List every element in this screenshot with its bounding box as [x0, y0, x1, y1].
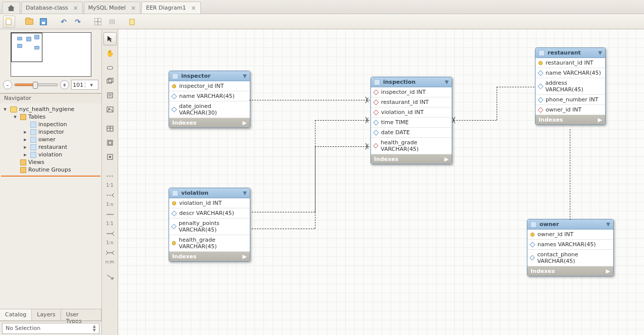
key-icon	[172, 84, 176, 88]
column: descr VARCHAR(45)	[179, 210, 234, 216]
chevron-down-icon[interactable]: ▼	[243, 73, 247, 79]
entity-restaurant[interactable]: restaurant▼ restaurant_id INT name VARCH…	[535, 47, 606, 125]
relationship-line[interactable]	[252, 212, 315, 212]
chevron-right-icon[interactable]: ▶	[598, 117, 602, 123]
tables-label: Tables	[28, 114, 45, 120]
diamond-icon	[373, 109, 379, 115]
rel-1-1-id-tool[interactable]	[103, 208, 117, 221]
tree-tables[interactable]: ▾ Tables	[1, 113, 100, 121]
new-file-button[interactable]	[3, 16, 15, 28]
redo-button[interactable]: ↷	[72, 16, 84, 28]
crowfoot-icon	[365, 143, 370, 149]
table-icon	[530, 221, 536, 228]
save-button[interactable]	[37, 16, 49, 28]
twisty-icon[interactable]: ▾	[12, 114, 18, 120]
zoom-out-button[interactable]: –	[3, 80, 12, 89]
close-icon[interactable]: ×	[73, 5, 78, 12]
home-tab[interactable]	[2, 2, 20, 14]
twisty-icon[interactable]: ▸	[22, 136, 28, 143]
relationship-line[interactable]	[454, 120, 497, 121]
relationship-line[interactable]	[249, 100, 370, 100]
tree-db[interactable]: ▾ nyc_health_hygiene	[1, 105, 100, 113]
twisty-icon[interactable]: ▸	[22, 151, 28, 158]
entity-inspector[interactable]: inspector▼ inspector_id INT name VARCHAR…	[169, 71, 250, 128]
tab-usertypes[interactable]: User Types	[61, 309, 101, 320]
chevron-right-icon[interactable]: ▶	[243, 253, 247, 260]
notes-button[interactable]	[126, 16, 138, 28]
zoom-in-button[interactable]: +	[60, 80, 69, 89]
tree-table-item[interactable]: inspection	[1, 121, 100, 128]
column: inspector_id INT	[381, 89, 425, 95]
selection-dropdown[interactable]: No Selection ▲▼	[2, 323, 99, 334]
layer-tool[interactable]	[103, 75, 117, 88]
overview-minimap[interactable]	[11, 32, 91, 77]
note-tool[interactable]	[103, 89, 117, 102]
entity-owner[interactable]: owner▼ owner_id INT names VARCHAR(45) co…	[527, 219, 614, 276]
entity-title: restaurant	[548, 49, 581, 56]
rel-1-n-nonid-tool[interactable]	[103, 189, 117, 202]
key-icon	[172, 241, 176, 245]
relationship-line[interactable]	[497, 87, 534, 87]
relationship-line[interactable]	[315, 146, 369, 147]
close-icon[interactable]: ×	[191, 5, 196, 12]
tree-table-item[interactable]: ▸restaurant	[1, 143, 100, 151]
tree-routines[interactable]: Routine Groups	[1, 166, 100, 174]
twisty-icon[interactable]: ▸	[22, 129, 28, 135]
relationship-line[interactable]	[497, 87, 497, 120]
diamond-icon	[538, 107, 543, 113]
chevron-right-icon[interactable]: ▶	[445, 156, 449, 162]
chevron-down-icon[interactable]: ▾	[85, 82, 98, 88]
stepper-icon[interactable]: ▲▼	[93, 324, 96, 332]
diamond-icon	[171, 93, 177, 99]
chevron-right-icon[interactable]: ▶	[606, 268, 610, 274]
relationship-line[interactable]	[570, 129, 570, 220]
eraser-tool[interactable]	[103, 61, 117, 74]
relationship-line[interactable]	[315, 146, 315, 229]
zoom-value[interactable]: 101 ▾	[71, 80, 98, 90]
zoom-slider[interactable]	[14, 83, 58, 86]
close-icon[interactable]: ×	[131, 5, 136, 12]
tab-database-class[interactable]: Database-class ×	[21, 2, 83, 14]
diagram-canvas[interactable]: inspector▼ inspector_id INT name VARCHAR…	[118, 29, 644, 335]
rel-n-m-tool[interactable]	[103, 246, 117, 259]
chevron-down-icon[interactable]: ▼	[598, 50, 602, 55]
tree-table-item[interactable]: ▸violation	[1, 151, 100, 158]
tree-views[interactable]: Views	[1, 158, 100, 166]
relationship-line[interactable]	[252, 229, 315, 229]
hand-tool[interactable]: ✋	[103, 46, 117, 60]
column: owner_id INT	[546, 106, 581, 113]
image-tool[interactable]	[103, 103, 117, 116]
rel-1-1-nonid-tool[interactable]	[103, 170, 117, 183]
view-tool[interactable]	[103, 136, 117, 149]
undo-button[interactable]: ↶	[58, 16, 70, 28]
tree-table-item[interactable]: ▸inspector	[1, 128, 100, 136]
routine-tool[interactable]	[103, 150, 117, 163]
relationship-line[interactable]	[315, 120, 369, 121]
entity-inspection[interactable]: inspection▼ inspector_id INT restaurant_…	[370, 77, 452, 164]
rel-label: 1:1	[106, 183, 113, 188]
rel-existing-tool[interactable]	[103, 270, 117, 284]
twisty-icon[interactable]: ▸	[22, 144, 28, 150]
svg-rect-13	[108, 93, 113, 98]
tree-table-item[interactable]: ▸owner	[1, 136, 100, 143]
tab-catalog[interactable]: Catalog	[0, 309, 32, 320]
diamond-icon	[538, 84, 543, 89]
chevron-down-icon[interactable]: ▼	[606, 221, 610, 227]
table-icon	[30, 144, 36, 150]
chevron-down-icon[interactable]: ▼	[243, 190, 247, 196]
diamond-icon	[529, 255, 535, 261]
tab-layers[interactable]: Layers	[32, 309, 61, 320]
tab-mysql-model[interactable]: MySQL Model ×	[84, 2, 140, 14]
table-tool[interactable]	[103, 122, 117, 135]
open-file-button[interactable]	[23, 16, 35, 28]
align-toggle-button[interactable]	[106, 16, 118, 28]
entity-violation[interactable]: violation▼ violation_id INT descr VARCHA…	[169, 188, 250, 262]
svg-rect-8	[130, 19, 134, 25]
twisty-icon[interactable]: ▾	[2, 106, 8, 113]
rel-1-n-id-tool[interactable]	[103, 227, 117, 240]
chevron-down-icon[interactable]: ▼	[445, 79, 449, 85]
chevron-right-icon[interactable]: ▶	[243, 120, 247, 126]
pointer-tool[interactable]	[103, 32, 117, 45]
tab-eer-diagram[interactable]: EER Diagram1 ×	[141, 2, 200, 14]
grid-toggle-button[interactable]	[92, 16, 104, 28]
